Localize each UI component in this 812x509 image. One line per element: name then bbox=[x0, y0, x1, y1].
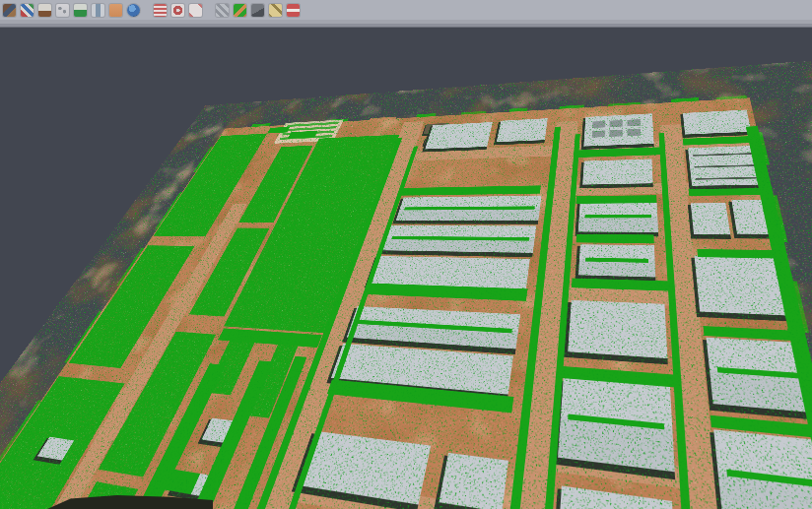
orthophoto-icon[interactable] bbox=[109, 4, 122, 17]
mesh-model-icon[interactable] bbox=[251, 4, 264, 17]
application-window bbox=[0, 0, 812, 509]
open-project-icon[interactable] bbox=[3, 4, 16, 17]
circle-selection-icon[interactable] bbox=[171, 4, 184, 17]
classification-view-icon[interactable] bbox=[234, 4, 246, 17]
zoom-extents-icon[interactable] bbox=[189, 4, 202, 17]
globe-icon[interactable] bbox=[127, 4, 140, 17]
terrain-icon[interactable] bbox=[38, 4, 51, 17]
main-toolbar bbox=[0, 0, 812, 28]
vegetation-icon[interactable] bbox=[74, 4, 87, 17]
viewport-3d[interactable] bbox=[0, 28, 812, 509]
layers-icon[interactable] bbox=[154, 4, 167, 17]
terrain-model[interactable] bbox=[0, 95, 812, 509]
sparse-cloud-icon[interactable] bbox=[56, 4, 69, 17]
profile-view-icon[interactable] bbox=[92, 4, 104, 17]
point-cloud-icon[interactable] bbox=[21, 4, 34, 17]
grid-view-icon[interactable] bbox=[216, 4, 229, 17]
measurement-icon[interactable] bbox=[287, 4, 300, 17]
markers-icon[interactable] bbox=[269, 4, 282, 17]
